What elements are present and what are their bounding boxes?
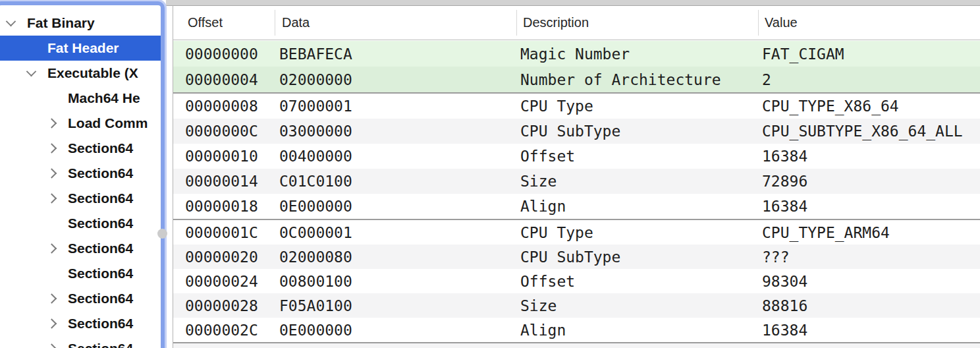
cell-offset: 00000008 [185,98,279,115]
cell-description: Number of Architecture [520,71,762,88]
chevron-right-icon[interactable] [47,243,57,254]
sidebar-item-fat-header[interactable]: Fat Header [0,36,161,61]
toolbar-bottom-edge [166,0,980,6]
cell-description: CPU SubType [520,123,762,140]
column-separator[interactable] [758,10,759,36]
cell-offset: 00000020 [185,248,279,266]
cell-offset: 00000010 [185,148,279,165]
sidebar-item-label: Section64 [68,241,133,256]
cell-value: 16384 [762,198,980,215]
table-row[interactable]: 00000028F05A0100Size88816 [173,293,980,318]
sidebar-item-label: Section64 [68,266,133,281]
sidebar-item-label: Section64 [68,190,133,206]
table-row[interactable]: 00000000BEBAFECAMagic NumberFAT_CIGAM [173,41,980,67]
sidebar-item-section64[interactable]: Section64 [0,336,161,348]
table-row[interactable]: 0000002C0E000000Align16384 [173,318,980,342]
cell-value: ??? [762,248,980,266]
cell-data: 0E000000 [279,198,520,215]
sidebar-item-section64[interactable]: Section64 [0,136,161,161]
cell-description: CPU Type [520,224,762,241]
chevron-down-icon[interactable] [6,16,16,27]
sidebar-tree: Fat BinaryFat HeaderExecutable (XMach64 … [0,1,165,348]
chevron-right-icon[interactable] [47,293,57,304]
sidebar-item-label: Fat Binary [27,15,95,31]
cell-offset: 00000024 [185,273,279,290]
sidebar-item-label: Section64 [68,140,133,156]
cell-value: CPU_SUBTYPE_X86_64_ALL [762,123,980,140]
cell-data: BEBAFECA [279,45,520,63]
cell-offset: 0000000C [185,123,279,140]
cell-data: F05A0100 [279,297,520,314]
cell-value: 16384 [762,148,980,165]
sidebar-item-label: Section64 [68,291,133,306]
splitter-handle[interactable] [157,229,167,239]
sidebar-item-label: Executable (X [47,65,138,81]
chevron-right-icon[interactable] [47,143,57,154]
sidebar-item-load-comm[interactable]: Load Comm [0,111,161,136]
sidebar-item-section64[interactable]: Section64 [0,186,161,211]
cell-data: 0E000000 [279,322,520,339]
sidebar-item-label: Section64 [68,165,133,181]
cell-value: CPU_TYPE_X86_64 [762,98,980,115]
sidebar-item-executable-x[interactable]: Executable (X [0,61,161,86]
cell-description: Align [520,322,762,339]
table-row[interactable]: 00000014C01C0100Size72896 [173,169,980,194]
cell-value: 2 [762,71,980,88]
data-table-area: OffsetDataDescriptionValue 00000000BEBAF… [166,0,980,348]
cell-data: 00800100 [279,273,520,290]
cell-data: 00400000 [279,148,520,165]
cell-value: 88816 [762,297,980,314]
sidebar-item-section64[interactable]: Section64 [0,211,161,236]
table-row-partial [173,343,980,348]
sidebar-item-section64[interactable]: Section64 [0,286,161,311]
chevron-right-icon[interactable] [47,168,57,179]
cell-data: C01C0100 [279,173,520,190]
sidebar-item-fat-binary[interactable]: Fat Binary [0,11,161,36]
sidebar-item-section64[interactable]: Section64 [0,261,161,286]
table-row[interactable]: 0000001000400000Offset16384 [173,144,980,169]
column-header-value[interactable]: Value [762,15,980,30]
table-body: 00000000BEBAFECAMagic NumberFAT_CIGAM000… [173,41,980,348]
table-row[interactable]: 0000002002000080CPU SubType??? [173,245,980,269]
cell-value: 72896 [762,173,980,190]
table-row[interactable]: 0000001C0C000001CPU TypeCPU_TYPE_ARM64 [173,220,980,245]
sidebar-item-label: Load Comm [68,115,148,131]
column-separator[interactable] [275,10,275,36]
sidebar-item-section64[interactable]: Section64 [0,236,161,261]
cell-data: 03000000 [279,123,520,140]
sidebar-item-label: Fat Header [47,40,119,56]
cell-description: Size [520,173,762,190]
sidebar-item-label: Section64 [68,316,133,332]
column-header-data[interactable]: Data [279,15,520,30]
chevron-right-icon[interactable] [47,118,57,129]
sidebar-item-section64[interactable]: Section64 [0,311,161,336]
cell-description: CPU Type [520,98,762,115]
cell-offset: 00000028 [185,297,279,314]
cell-offset: 00000014 [185,173,279,190]
table-row[interactable]: 000000180E000000Align16384 [173,194,980,219]
cell-value: CPU_TYPE_ARM64 [762,224,980,241]
cell-data: 02000000 [279,71,520,88]
cell-offset: 00000004 [185,71,279,88]
chevron-right-icon[interactable] [47,193,57,204]
cell-offset: 00000018 [185,198,279,215]
sidebar-item-mach64-he[interactable]: Mach64 He [0,86,161,111]
cell-offset: 0000002C [185,322,279,339]
table-row[interactable]: 0000000807000001CPU TypeCPU_TYPE_X86_64 [173,94,980,119]
cell-value: 98304 [762,273,980,290]
column-header-offset[interactable]: Offset [185,15,279,30]
sidebar-item-label: Mach64 He [68,90,140,106]
chevron-right-icon[interactable] [47,343,57,348]
column-separator[interactable] [516,10,517,36]
table-row[interactable]: 0000002400800100Offset98304 [173,269,980,293]
sidebar-item-label: Section64 [68,216,133,231]
column-header-description[interactable]: Description [520,15,762,30]
cell-data: 07000001 [279,98,520,115]
chevron-down-icon[interactable] [26,67,37,77]
chevron-right-icon[interactable] [47,318,57,329]
table-row[interactable]: 0000000C03000000CPU SubTypeCPU_SUBTYPE_X… [173,119,980,144]
table-row[interactable]: 0000000402000000Number of Architecture2 [173,67,980,92]
cell-description: Size [520,297,762,314]
cell-description: Offset [520,148,762,165]
sidebar-item-section64[interactable]: Section64 [0,161,161,186]
